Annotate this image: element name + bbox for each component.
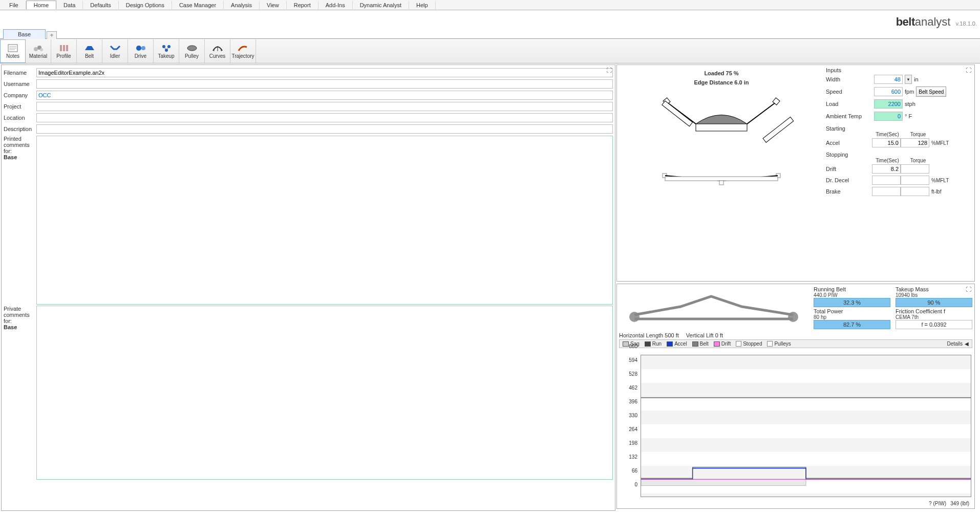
svg-rect-22: [763, 117, 794, 143]
takeup-icon: [160, 43, 173, 53]
ambient-label: Ambient Temp: [826, 113, 872, 119]
brake-torque-input[interactable]: [901, 187, 929, 196]
tool-belt[interactable]: Belt: [77, 39, 102, 63]
svg-point-11: [141, 46, 145, 50]
menu-dynamic-analyst[interactable]: Dynamic Analyst: [353, 1, 409, 9]
plot-area[interactable]: [641, 355, 971, 497]
width-input[interactable]: [874, 75, 903, 84]
legend-belt[interactable]: Belt: [692, 341, 709, 347]
chart-legend: Sag Run Accel Belt Drift Stopped Pulleys…: [619, 339, 972, 348]
load-label: Load: [826, 101, 872, 107]
filename-input[interactable]: [36, 68, 613, 77]
drift-torque-input[interactable]: [901, 164, 929, 174]
takeup-mass-bar: 90 %: [896, 298, 972, 307]
idler-icon: [109, 43, 121, 53]
tab-add[interactable]: +: [47, 31, 57, 39]
speed-input[interactable]: [874, 87, 903, 96]
tool-notes[interactable]: Notes: [0, 39, 26, 63]
username-label: Username: [4, 81, 36, 87]
menu-design-options[interactable]: Design Options: [119, 1, 172, 9]
legend-details[interactable]: Details◀: [947, 341, 969, 347]
summary-stats: Running Belt 440.0 PIW 32.3 % Takeup Mas…: [814, 286, 972, 332]
brand-logo: beltanalyst v.18.1.0.: [896, 15, 977, 29]
cross-section-panel: ⛶ Loaded 75 % Edge Distance 6.0 in: [616, 65, 975, 282]
menu-file[interactable]: File: [2, 1, 26, 9]
trajectory-icon: [237, 43, 249, 53]
accel-time-input[interactable]: [872, 138, 901, 147]
private-comments-label: Private comments for:Base: [4, 306, 36, 480]
accel-torque-input[interactable]: [901, 138, 929, 147]
legend-pulleys[interactable]: Pulleys: [767, 341, 791, 347]
menu-addins[interactable]: Add-Ins: [318, 1, 353, 9]
menu-view[interactable]: View: [260, 1, 287, 9]
legend-run[interactable]: Run: [645, 341, 662, 347]
tool-takeup[interactable]: Takeup: [154, 39, 179, 63]
case-tab-strip: Base +: [0, 28, 980, 39]
location-input[interactable]: [36, 113, 613, 122]
right-column: ⛶ Loaded 75 % Edge Distance 6.0 in: [616, 65, 975, 511]
menu-defaults[interactable]: Defaults: [83, 1, 118, 9]
svg-rect-21: [662, 101, 693, 126]
inputs-header: Inputs: [826, 67, 972, 73]
total-power-bar: 82.7 %: [814, 320, 890, 329]
legend-drift[interactable]: Drift: [714, 341, 731, 347]
drift-time-input[interactable]: [872, 164, 901, 174]
menu-case-manager[interactable]: Case Manager: [172, 1, 224, 9]
drift-label: Drift: [826, 166, 872, 172]
svg-point-10: [136, 46, 141, 51]
tool-idler[interactable]: Idler: [102, 39, 128, 63]
printed-comments-textarea[interactable]: [36, 136, 613, 305]
svg-rect-8: [63, 45, 65, 51]
tool-pulley[interactable]: Pulley: [179, 39, 205, 63]
friction-coeff-box: f = 0.0392: [896, 320, 972, 329]
ribbon-toolbar: Notes Material Profile Belt Idler Drive …: [0, 39, 980, 63]
company-input[interactable]: [36, 91, 613, 100]
brake-label: Brake: [826, 188, 872, 195]
expand-icon[interactable]: ⛶: [966, 286, 971, 292]
tool-material[interactable]: Material: [26, 39, 51, 63]
notes-panel: ⛶ Filename Username Company Project Loca…: [1, 65, 615, 511]
brake-time-input[interactable]: [872, 187, 901, 196]
svg-rect-7: [60, 45, 62, 51]
tool-trajectory[interactable]: Trajectory: [230, 39, 256, 63]
width-dropdown[interactable]: ▼: [905, 75, 912, 84]
menu-home[interactable]: Home: [26, 1, 56, 9]
svg-rect-9: [66, 45, 68, 51]
profile-icon: [58, 43, 70, 53]
location-label: Location: [4, 115, 36, 121]
menu-data[interactable]: Data: [56, 1, 83, 9]
menu-analysis[interactable]: Analysis: [224, 1, 260, 9]
return-diagram: [645, 158, 798, 199]
load-input[interactable]: [874, 99, 903, 109]
expand-icon[interactable]: ⛶: [966, 67, 971, 73]
username-input[interactable]: [36, 79, 613, 89]
description-label: Description: [4, 126, 36, 132]
y-axis: 660 594 528 462 396 330 264 198 132 66 0: [619, 344, 640, 496]
menu-report[interactable]: Report: [287, 1, 318, 9]
inputs-block: Inputs Width ▼ in Speed fpm Belt Speed L…: [824, 67, 972, 279]
tool-drive[interactable]: Drive: [128, 39, 154, 63]
tab-base[interactable]: Base: [3, 29, 46, 39]
curves-icon: [211, 43, 224, 53]
ambient-input[interactable]: [874, 112, 903, 121]
running-belt-bar: 32.3 %: [814, 298, 890, 307]
svg-rect-26: [665, 177, 778, 181]
drdecel-torque-input[interactable]: [901, 176, 929, 185]
expand-icon[interactable]: ⛶: [606, 67, 612, 73]
tool-curves[interactable]: Curves: [205, 39, 230, 63]
svg-point-15: [187, 46, 197, 51]
belt-speed-button[interactable]: Belt Speed: [916, 87, 946, 97]
project-input[interactable]: [36, 102, 613, 111]
belt-icon: [83, 43, 96, 53]
description-input[interactable]: [36, 124, 613, 134]
drdecel-time-input[interactable]: [872, 176, 901, 185]
legend-accel[interactable]: Accel: [667, 341, 687, 347]
legend-stopped[interactable]: Stopped: [736, 341, 762, 347]
menu-bar: File Home Data Defaults Design Options C…: [0, 0, 980, 10]
drive-icon: [135, 43, 147, 53]
menu-help[interactable]: Help: [409, 1, 436, 9]
tool-profile[interactable]: Profile: [51, 39, 77, 63]
notes-icon: [7, 43, 19, 53]
trough-diagram: [645, 85, 798, 157]
private-comments-textarea[interactable]: [36, 306, 613, 480]
